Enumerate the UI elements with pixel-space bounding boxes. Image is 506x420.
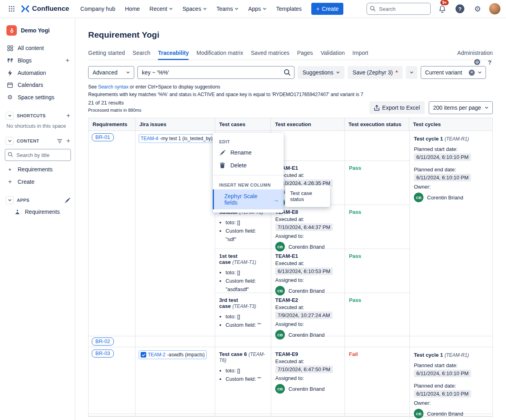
create-button[interactable]: + Create [311,3,343,15]
nav-teams[interactable]: Teams [212,3,242,14]
sidebar-item-blogs[interactable]: Blogs + [5,54,71,67]
sidebar-item-label: Blogs [18,57,32,64]
column-header-jira-issues[interactable]: Jira issues [135,118,215,131]
export-excel-button[interactable]: Export to Excel [369,101,425,114]
tab-getting-started[interactable]: Getting started [88,50,125,60]
test-cycle-key: (TEAM-R1) [445,136,469,142]
sidebar-item-space-settings[interactable]: ⚙ Space settings [5,91,71,104]
test-case-subrow: 3rd test case(TEAM-T3) toto: []Custom fi… [215,293,409,336]
page-size-select[interactable]: 200 items per page [429,101,493,114]
app-help-icon[interactable]: ? [488,59,492,66]
tab-saved-matrices[interactable]: Saved matrices [251,50,289,60]
tab-validation[interactable]: Validation [321,50,345,60]
search-syntax-link[interactable]: Search syntax [98,84,129,90]
collapse-shortcuts-button[interactable] [6,112,14,120]
help-button[interactable]: ? [454,3,466,15]
add-shortcut-icon[interactable]: + [67,112,70,119]
column-header-test-execution[interactable]: Test execution [271,118,344,131]
jira-issue-link[interactable]: TEAM-4 [141,136,158,141]
column-header-test-cases[interactable]: Test cases [215,118,271,131]
trash-icon [219,163,226,168]
cycle-owner: CB Corentin Briand [414,193,489,202]
column-header-test-cycles[interactable]: Test cycles [409,118,492,131]
sidebar-page-requirements[interactable]: Requirements [5,163,71,175]
assignee-name: Corentin Briand [288,386,325,392]
column-header-test-execution-status[interactable]: Test execution status [345,118,409,131]
menu-item-delete[interactable]: Delete [213,159,284,172]
notifications-button[interactable]: 9+ [436,3,448,15]
chevron-down-icon [478,71,482,74]
filter-icon[interactable] [57,139,62,143]
tab-search[interactable]: Search [133,50,150,60]
nav-templates[interactable]: Templates [272,3,306,14]
shortcuts-label: SHORTCUTS [17,113,46,118]
clear-variant-icon[interactable]: ✕ [469,70,475,76]
sidebar-item-label: Space settings [18,94,54,100]
space-header[interactable]: Demo Yogi [5,24,71,36]
sidebar-create-page[interactable]: + Create [5,175,71,188]
space-name: Demo Yogi [21,27,50,34]
menu-section-insert: INSERT NEW COLUMN [213,179,284,189]
nav-apps[interactable]: Apps [244,3,270,14]
test-case-name: Test case 6 [219,351,247,357]
jira-issue-link[interactable]: TEAM-2 [148,352,165,358]
tab-import[interactable]: Import [353,50,369,60]
sidebar-item-label: All content [18,45,44,51]
tab-pages[interactable]: Pages [297,50,313,60]
sidebar-item-automation[interactable]: Automation [5,67,71,79]
nav-home[interactable]: Home [121,3,144,14]
menu-item-rename[interactable]: Rename [213,146,284,159]
collapse-apps-button[interactable] [6,196,14,204]
calendar-icon [6,82,14,88]
query-input[interactable] [137,66,294,79]
sidebar-item-all-content[interactable]: All content [5,42,71,54]
collapse-content-button[interactable] [6,137,14,145]
chevron-down-icon [126,71,130,74]
jira-issue-chip[interactable]: TEAM-2-aswdfs (impacts) [139,350,207,359]
requirement-badge[interactable]: BR-03 [92,350,114,358]
requirement-badge[interactable]: BR-01 [92,133,114,141]
content-label: CONTENT [17,139,39,143]
plus-icon: + [316,6,319,12]
user-avatar[interactable] [489,3,500,14]
variant-select[interactable]: Current variant ✕ [421,66,486,79]
tab-traceability[interactable]: Traceability [158,50,189,60]
test-cycle-name: Test cycle 1 [414,136,443,142]
status-badge: Fail [349,351,358,357]
submenu-test-case-status[interactable]: Test case status [285,185,330,207]
nav-spaces[interactable]: Spaces [178,3,211,14]
nav-recent[interactable]: Recent [145,3,177,14]
confluence-logo[interactable]: Confluence [21,5,69,13]
table-row-br02: BR-02 [89,336,492,347]
add-content-icon[interactable]: + [67,137,70,145]
tab-modification-matrix[interactable]: Modification matrix [196,50,243,60]
app-switcher-button[interactable] [6,3,18,15]
search-icon [8,152,13,157]
query-summary: Requirements with key matches '%%' and s… [88,92,493,97]
nav-company-hub[interactable]: Company hub [77,3,119,14]
test-cycle-key: (TEAM-R1) [445,352,469,358]
owner-name: Corentin Briand [427,195,463,201]
chevron-down-icon [8,199,12,201]
content-search-input[interactable] [5,149,71,161]
suggestions-button[interactable]: Suggestions [298,66,345,79]
save-button[interactable]: Save (Zephyr 3) * [348,66,403,79]
test-cycle-cell: Test cycle 1(TEAM-R1) Planned start date… [410,131,493,336]
menu-item-zephyr-scale-fields[interactable]: Zephyr Scale fields → [213,189,284,209]
jira-issue-chip[interactable]: TEAM-4-my test 1 (is_tested_by) [139,134,214,143]
requirement-badge[interactable]: BR-02 [92,338,114,346]
search-mode-select[interactable]: Advanced [88,66,134,79]
sidebar-item-calendars[interactable]: Calendars [5,79,71,91]
pencil-icon[interactable] [65,198,70,203]
sidebar-app-requirements[interactable]: Requirements [5,206,71,218]
global-search-input[interactable] [367,3,431,15]
save-options-button[interactable] [406,66,417,79]
notifications-badge: 9+ [440,0,449,5]
planned-end-value: 6/11/2024, 6:10:10 PM [414,390,471,398]
add-blog-icon[interactable]: + [66,57,69,64]
column-header-requirements[interactable]: Requirements [89,118,135,131]
tab-administration[interactable]: Administration [457,50,493,60]
app-tabs: Getting started Search Traceability Modi… [88,50,493,60]
search-icon[interactable] [284,69,291,76]
settings-button[interactable]: ⚙ [472,3,484,15]
